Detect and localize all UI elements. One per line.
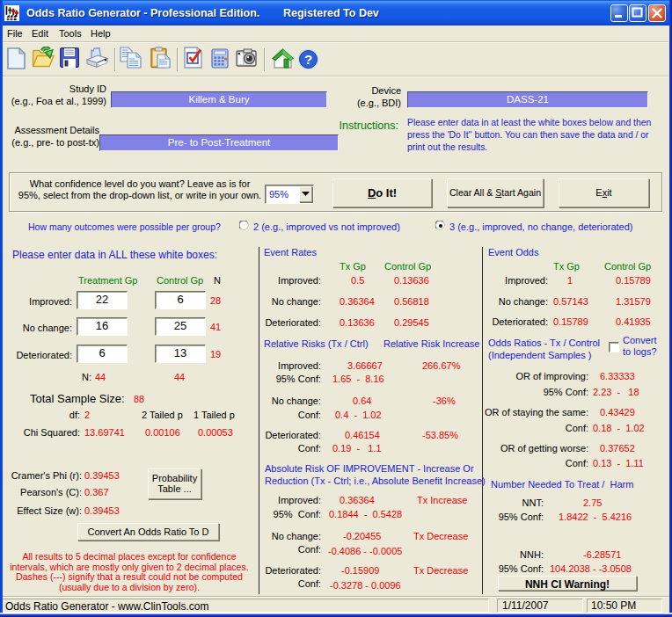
- svg-text:?: ?: [304, 52, 312, 67]
